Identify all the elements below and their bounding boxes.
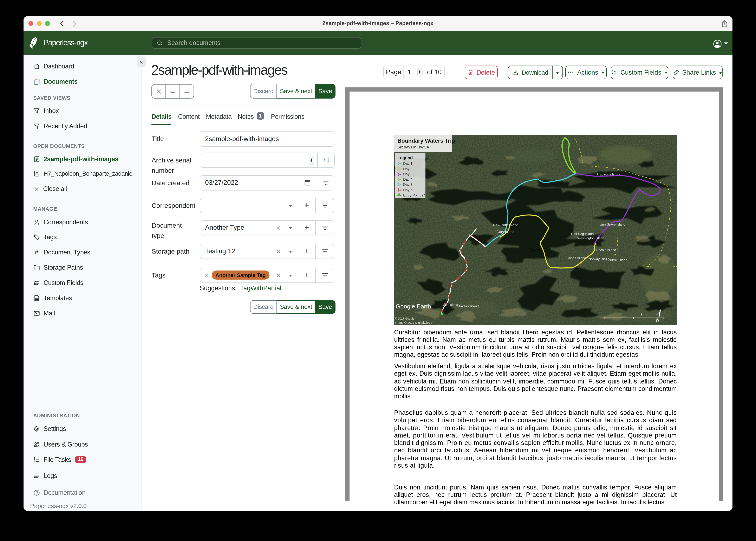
svg-text:© 2017 Google: © 2017 Google (395, 317, 415, 320)
svg-text:Half Dog Island: Half Dog Island (571, 232, 594, 236)
svg-text:New York Island: New York Island (493, 223, 518, 227)
svg-text:Boundary Waters Trip: Boundary Waters Trip (397, 138, 455, 144)
svg-text:Image © 2017 DigitalGlobe: Image © 2017 DigitalGlobe (395, 320, 432, 324)
svg-text:Washington Island: Washington Island (577, 236, 604, 240)
svg-text:N: N (656, 317, 660, 323)
svg-text:Day 6: Day 6 (403, 188, 412, 192)
svg-text:Six days in BWCA: Six days in BWCA (397, 145, 429, 149)
svg-text:Lincoln Island: Lincoln Island (596, 248, 616, 252)
svg-text:Entry Point 24: Entry Point 24 (403, 193, 425, 197)
svg-text:Canoe Island: Canoe Island (567, 256, 586, 260)
svg-text:Day 5: Day 5 (403, 182, 412, 186)
svg-text:Legend: Legend (397, 155, 413, 160)
svg-text:Day 1: Day 1 (403, 161, 412, 165)
svg-text:3 mi: 3 mi (640, 312, 647, 316)
svg-text:Day 4: Day 4 (403, 177, 412, 181)
svg-text:Gary Island: Gary Island (496, 230, 514, 234)
svg-text:Squirrel Island: Squirrel Island (606, 258, 627, 262)
svg-text:Day 3: Day 3 (403, 172, 412, 176)
svg-text:Hausons Island: Hausons Island (597, 172, 621, 176)
svg-text:Mile Island: Mile Island (442, 303, 458, 306)
svg-text:Text: Text (529, 247, 540, 254)
svg-text:Google Earth: Google Earth (396, 303, 431, 309)
svg-text:Charlies Island: Charlies Island (457, 304, 479, 308)
svg-text:Day 2: Day 2 (403, 167, 412, 171)
svg-text:Indian Grave Island: Indian Grave Island (597, 223, 625, 226)
